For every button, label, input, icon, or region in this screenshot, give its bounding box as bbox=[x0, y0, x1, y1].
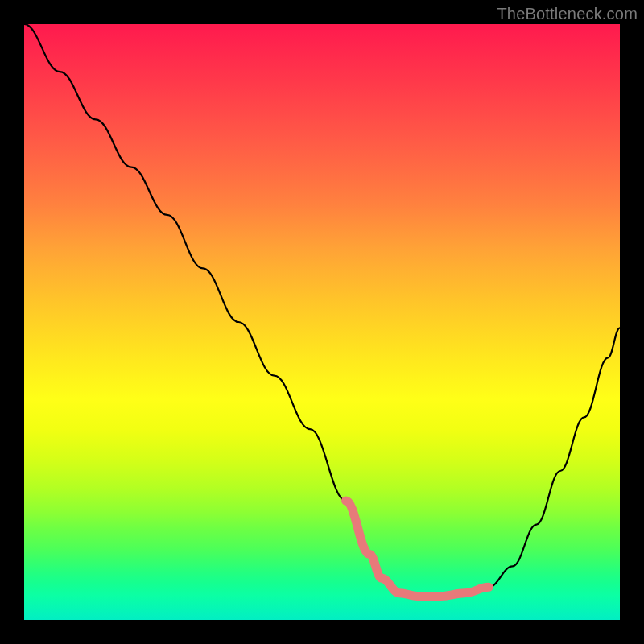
background-gradient bbox=[24, 24, 620, 620]
watermark-text: TheBottleneck.com bbox=[497, 5, 638, 23]
chart-stage: TheBottleneck.com bbox=[0, 0, 644, 644]
plot-area bbox=[24, 24, 620, 620]
